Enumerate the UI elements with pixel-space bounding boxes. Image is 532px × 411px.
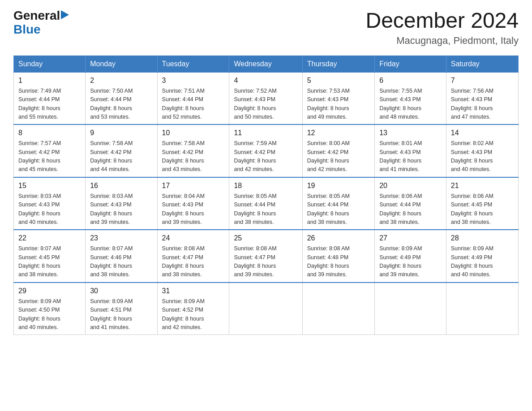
calendar-cell: 26 Sunrise: 8:08 AMSunset: 4:48 PMDaylig… — [302, 230, 374, 283]
day-info: Sunrise: 8:08 AMSunset: 4:47 PMDaylight:… — [234, 244, 297, 279]
calendar-week-2: 8 Sunrise: 7:57 AMSunset: 4:42 PMDayligh… — [14, 124, 519, 177]
day-number: 8 — [18, 128, 81, 138]
day-number: 13 — [379, 128, 442, 138]
header-friday: Friday — [375, 56, 446, 72]
calendar-cell: 14 Sunrise: 8:02 AMSunset: 4:43 PMDaylig… — [446, 124, 518, 177]
day-number: 26 — [307, 233, 370, 244]
calendar-week-5: 29 Sunrise: 8:09 AMSunset: 4:50 PMDaylig… — [14, 283, 519, 335]
calendar-cell: 31 Sunrise: 8:09 AMSunset: 4:52 PMDaylig… — [157, 283, 229, 335]
day-number: 2 — [90, 75, 152, 86]
day-number: 14 — [451, 128, 514, 138]
day-number: 15 — [18, 180, 81, 191]
day-info: Sunrise: 8:05 AMSunset: 4:44 PMDaylight:… — [307, 192, 370, 227]
day-number: 16 — [90, 180, 152, 191]
day-info: Sunrise: 8:09 AMSunset: 4:52 PMDaylight:… — [162, 297, 225, 332]
calendar-cell: 6 Sunrise: 7:55 AMSunset: 4:43 PMDayligh… — [375, 72, 446, 125]
logo-arrow-icon — [61, 10, 69, 19]
day-number: 30 — [90, 286, 152, 296]
calendar-cell: 15 Sunrise: 8:03 AMSunset: 4:43 PMDaylig… — [14, 177, 86, 230]
calendar-cell: 12 Sunrise: 8:00 AMSunset: 4:42 PMDaylig… — [302, 124, 374, 177]
svg-marker-0 — [61, 10, 69, 19]
day-number: 5 — [307, 75, 370, 86]
day-info: Sunrise: 8:04 AMSunset: 4:43 PMDaylight:… — [162, 192, 225, 227]
day-number: 1 — [18, 75, 81, 86]
header-wednesday: Wednesday — [229, 56, 302, 72]
calendar-cell: 1 Sunrise: 7:49 AMSunset: 4:44 PMDayligh… — [14, 72, 86, 125]
day-number: 24 — [162, 233, 225, 244]
calendar-cell: 7 Sunrise: 7:56 AMSunset: 4:43 PMDayligh… — [446, 72, 518, 125]
calendar-cell: 22 Sunrise: 8:07 AMSunset: 4:45 PMDaylig… — [14, 230, 86, 283]
day-number: 21 — [451, 180, 514, 191]
calendar-cell: 17 Sunrise: 8:04 AMSunset: 4:43 PMDaylig… — [157, 177, 229, 230]
day-number: 12 — [307, 128, 370, 138]
day-info: Sunrise: 8:08 AMSunset: 4:47 PMDaylight:… — [162, 244, 225, 279]
day-number: 4 — [234, 75, 297, 86]
day-info: Sunrise: 8:01 AMSunset: 4:43 PMDaylight:… — [379, 139, 442, 174]
day-info: Sunrise: 7:57 AMSunset: 4:42 PMDaylight:… — [18, 139, 81, 174]
day-number: 11 — [234, 128, 297, 138]
calendar-cell: 5 Sunrise: 7:53 AMSunset: 4:43 PMDayligh… — [302, 72, 374, 125]
day-number: 10 — [162, 128, 225, 138]
day-info: Sunrise: 8:05 AMSunset: 4:44 PMDaylight:… — [234, 192, 297, 227]
day-info: Sunrise: 7:56 AMSunset: 4:43 PMDaylight:… — [451, 87, 514, 122]
calendar-cell: 4 Sunrise: 7:52 AMSunset: 4:43 PMDayligh… — [229, 72, 302, 125]
location: Macugnaga, Piedmont, Italy — [365, 35, 519, 47]
calendar-cell — [446, 283, 518, 335]
page-header: General Blue December 2024 Macugnaga, Pi… — [13, 9, 519, 47]
calendar-cell: 10 Sunrise: 7:58 AMSunset: 4:42 PMDaylig… — [157, 124, 229, 177]
calendar-week-3: 15 Sunrise: 8:03 AMSunset: 4:43 PMDaylig… — [14, 177, 519, 230]
day-info: Sunrise: 8:09 AMSunset: 4:51 PMDaylight:… — [90, 297, 152, 332]
logo-blue-text: Blue — [13, 22, 41, 36]
calendar-cell: 25 Sunrise: 8:08 AMSunset: 4:47 PMDaylig… — [229, 230, 302, 283]
calendar-cell: 23 Sunrise: 8:07 AMSunset: 4:46 PMDaylig… — [86, 230, 157, 283]
calendar-cell: 19 Sunrise: 8:05 AMSunset: 4:44 PMDaylig… — [302, 177, 374, 230]
day-number: 28 — [451, 233, 514, 244]
day-number: 31 — [162, 286, 225, 296]
day-number: 27 — [379, 233, 442, 244]
day-number: 25 — [234, 233, 297, 244]
day-number: 23 — [90, 233, 152, 244]
day-info: Sunrise: 8:03 AMSunset: 4:43 PMDaylight:… — [90, 192, 152, 227]
day-number: 20 — [379, 180, 442, 191]
day-info: Sunrise: 8:09 AMSunset: 4:49 PMDaylight:… — [379, 244, 442, 279]
day-info: Sunrise: 7:58 AMSunset: 4:42 PMDaylight:… — [162, 139, 225, 174]
day-info: Sunrise: 8:07 AMSunset: 4:45 PMDaylight:… — [18, 244, 81, 279]
day-info: Sunrise: 7:51 AMSunset: 4:44 PMDaylight:… — [162, 87, 225, 122]
calendar-cell: 29 Sunrise: 8:09 AMSunset: 4:50 PMDaylig… — [14, 283, 86, 335]
title-block: December 2024 Macugnaga, Piedmont, Italy — [365, 9, 519, 47]
day-info: Sunrise: 7:53 AMSunset: 4:43 PMDaylight:… — [307, 87, 370, 122]
day-info: Sunrise: 8:08 AMSunset: 4:48 PMDaylight:… — [307, 244, 370, 279]
calendar-cell: 9 Sunrise: 7:58 AMSunset: 4:42 PMDayligh… — [86, 124, 157, 177]
day-info: Sunrise: 8:06 AMSunset: 4:44 PMDaylight:… — [379, 192, 442, 227]
calendar-cell: 21 Sunrise: 8:06 AMSunset: 4:45 PMDaylig… — [446, 177, 518, 230]
day-number: 6 — [379, 75, 442, 86]
calendar-cell: 11 Sunrise: 7:59 AMSunset: 4:42 PMDaylig… — [229, 124, 302, 177]
day-info: Sunrise: 8:09 AMSunset: 4:49 PMDaylight:… — [451, 244, 514, 279]
day-info: Sunrise: 7:49 AMSunset: 4:44 PMDaylight:… — [18, 87, 81, 122]
header-thursday: Thursday — [302, 56, 374, 72]
calendar-cell: 30 Sunrise: 8:09 AMSunset: 4:51 PMDaylig… — [86, 283, 157, 335]
calendar-cell — [302, 283, 374, 335]
day-info: Sunrise: 8:09 AMSunset: 4:50 PMDaylight:… — [18, 297, 81, 332]
calendar-cell: 24 Sunrise: 8:08 AMSunset: 4:47 PMDaylig… — [157, 230, 229, 283]
day-info: Sunrise: 7:52 AMSunset: 4:43 PMDaylight:… — [234, 87, 297, 122]
day-number: 19 — [307, 180, 370, 191]
day-info: Sunrise: 8:02 AMSunset: 4:43 PMDaylight:… — [451, 139, 514, 174]
calendar-cell: 13 Sunrise: 8:01 AMSunset: 4:43 PMDaylig… — [375, 124, 446, 177]
day-number: 9 — [90, 128, 152, 138]
calendar-cell: 16 Sunrise: 8:03 AMSunset: 4:43 PMDaylig… — [86, 177, 157, 230]
calendar-header-row: Sunday Monday Tuesday Wednesday Thursday… — [14, 56, 519, 72]
day-number: 29 — [18, 286, 81, 296]
day-info: Sunrise: 7:58 AMSunset: 4:42 PMDaylight:… — [90, 139, 152, 174]
calendar-cell: 2 Sunrise: 7:50 AMSunset: 4:44 PMDayligh… — [86, 72, 157, 125]
calendar-week-1: 1 Sunrise: 7:49 AMSunset: 4:44 PMDayligh… — [14, 72, 519, 125]
logo-general-text: General — [13, 9, 60, 23]
calendar-week-4: 22 Sunrise: 8:07 AMSunset: 4:45 PMDaylig… — [14, 230, 519, 283]
day-number: 18 — [234, 180, 297, 191]
day-number: 7 — [451, 75, 514, 86]
calendar-cell: 8 Sunrise: 7:57 AMSunset: 4:42 PMDayligh… — [14, 124, 86, 177]
calendar-cell: 28 Sunrise: 8:09 AMSunset: 4:49 PMDaylig… — [446, 230, 518, 283]
day-info: Sunrise: 8:00 AMSunset: 4:42 PMDaylight:… — [307, 139, 370, 174]
day-number: 3 — [162, 75, 225, 86]
day-info: Sunrise: 8:07 AMSunset: 4:46 PMDaylight:… — [90, 244, 152, 279]
